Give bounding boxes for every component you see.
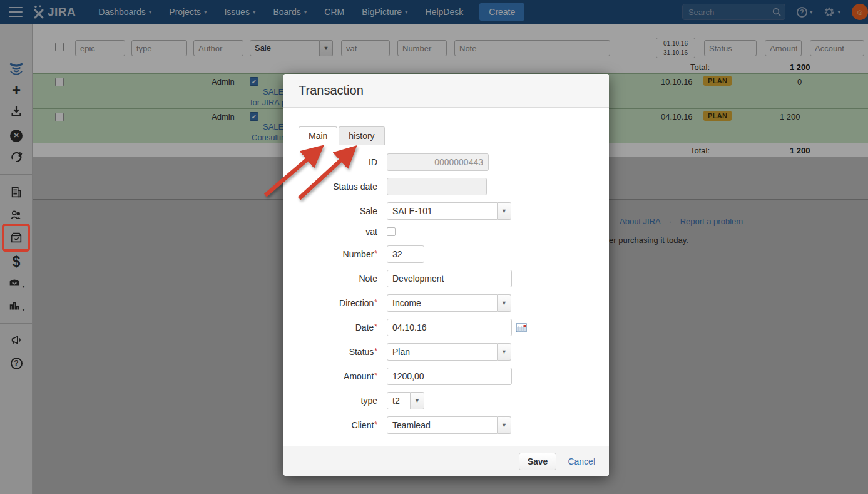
chevron-down-icon[interactable]: ▼ — [498, 294, 511, 312]
annotation-highlight-box — [2, 224, 30, 252]
field-label: Direction* — [299, 298, 377, 308]
required-mark: * — [374, 371, 377, 380]
cancel-link[interactable]: Cancel — [568, 456, 595, 466]
field-label: Amount* — [299, 371, 377, 381]
field-label: Status* — [299, 347, 377, 357]
field-label: Date* — [299, 322, 377, 332]
status-select-value[interactable] — [387, 343, 498, 361]
direction-select[interactable]: ▼ — [387, 294, 511, 312]
vat-checkbox[interactable] — [387, 227, 396, 236]
chevron-down-icon[interactable]: ▼ — [498, 416, 511, 434]
annotation-arrows — [253, 139, 369, 208]
field-row-type: type ▼ — [299, 392, 594, 409]
field-row-status: Status* ▼ — [299, 343, 594, 361]
chevron-down-icon[interactable]: ▼ — [498, 343, 511, 361]
direction-select-value[interactable] — [387, 294, 498, 312]
dialog-header: Transaction — [283, 74, 609, 108]
client-select[interactable]: ▼ — [387, 416, 511, 434]
required-mark: * — [374, 249, 377, 258]
number-field[interactable] — [387, 245, 424, 263]
amount-field[interactable] — [387, 368, 512, 385]
field-label: vat — [299, 227, 377, 237]
required-mark: * — [374, 298, 377, 307]
calendar-icon[interactable] — [516, 322, 527, 332]
note-field[interactable] — [387, 270, 512, 287]
chevron-down-icon[interactable]: ▼ — [498, 202, 511, 220]
field-row-note: Note — [299, 270, 594, 287]
chevron-down-icon[interactable]: ▼ — [411, 392, 424, 409]
screen: JIRA Dashboards▾ Projects▾ Issues▾ Board… — [0, 0, 868, 494]
id-field — [387, 153, 489, 171]
field-row-vat: vat — [299, 227, 594, 237]
field-label: Note — [299, 274, 377, 284]
field-label: type — [299, 396, 377, 406]
required-mark: * — [374, 322, 377, 331]
sale-select-value[interactable] — [387, 202, 498, 220]
save-button[interactable]: Save — [519, 453, 557, 470]
field-row-direction: Direction* ▼ — [299, 294, 594, 312]
field-label: Number* — [299, 249, 377, 259]
status-date-field — [387, 178, 487, 195]
status-select[interactable]: ▼ — [387, 343, 511, 361]
transaction-dialog: Transaction Main history ID Status date … — [283, 74, 609, 476]
dialog-footer: Save Cancel — [283, 446, 609, 476]
client-select-value[interactable] — [387, 416, 498, 434]
field-label: Client* — [299, 420, 377, 430]
field-row-number: Number* — [299, 245, 594, 263]
required-mark: * — [374, 347, 377, 356]
type-select-value[interactable] — [387, 392, 411, 409]
field-row-client: Client* ▼ — [299, 416, 594, 434]
sale-select[interactable]: ▼ — [387, 202, 511, 220]
required-mark: * — [374, 420, 377, 429]
date-field[interactable] — [387, 319, 512, 336]
field-row-amount: Amount* — [299, 368, 594, 385]
dialog-title: Transaction — [299, 83, 364, 98]
type-select[interactable]: ▼ — [387, 392, 424, 409]
field-row-date: Date* — [299, 319, 594, 336]
